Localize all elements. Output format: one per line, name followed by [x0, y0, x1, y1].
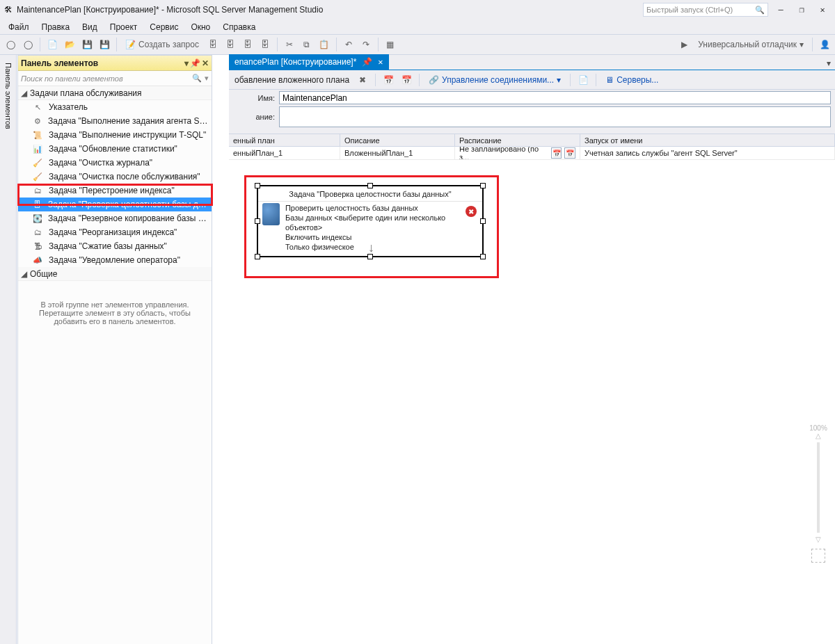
- maximize-button[interactable]: ❐: [793, 3, 810, 17]
- server-icon: 🖥: [605, 75, 614, 85]
- close-button[interactable]: ✕: [814, 3, 831, 17]
- toolbox-item-notify[interactable]: 📣Задача "Уведомление оператора": [18, 253, 212, 267]
- cell-plan: енныйПлан_1: [229, 147, 340, 159]
- quick-launch-input[interactable]: Быстрый запуск (Ctrl+Q) 🔍: [643, 3, 768, 17]
- grid-icon[interactable]: ▦: [383, 37, 398, 52]
- toolbox-item-agent-job[interactable]: ⚙Задача "Выполнение задания агента SQL .…: [18, 114, 212, 128]
- name-input[interactable]: [279, 91, 831, 104]
- menu-help[interactable]: Справка: [217, 20, 261, 34]
- delete-subplan-icon[interactable]: ✖: [355, 72, 370, 88]
- cell-desc: ВложенныйПлан_1: [340, 147, 455, 159]
- paste-icon[interactable]: 📋: [317, 37, 332, 52]
- subplan-grid-header: енный план Описание Расписание Запуск от…: [229, 134, 835, 147]
- calendar-icon[interactable]: 📅: [381, 72, 396, 88]
- menu-view[interactable]: Вид: [77, 20, 103, 34]
- col-runas[interactable]: Запуск от имени: [580, 134, 835, 146]
- new-query-button[interactable]: 📝Создать запрос: [121, 37, 203, 52]
- col-desc[interactable]: Описание: [340, 134, 455, 146]
- resize-handle[interactable]: [255, 183, 260, 188]
- toolbox-header[interactable]: Панель элементов ▾ 📌 ✕: [18, 56, 212, 71]
- toolbox-item-update-stats[interactable]: 📊Задача "Обновление статистики": [18, 142, 212, 156]
- toolbox-item-check-integrity[interactable]: 🗄Задача "Проверка целостности базы данн.…: [18, 198, 212, 211]
- menu-project[interactable]: Проект: [104, 20, 143, 34]
- toolbox-item-tsql[interactable]: 📜Задача "Выполнение инструкции T-SQL": [18, 128, 212, 142]
- error-icon[interactable]: ✖: [466, 206, 477, 217]
- servers-button[interactable]: 🖥Серверы...: [601, 72, 662, 88]
- nav-back-icon[interactable]: ◯: [3, 37, 18, 52]
- pin-icon[interactable]: 📌: [190, 58, 200, 68]
- cell-schedule: Не запланировано (по з... 📅 📅: [455, 147, 580, 159]
- add-subplan-button[interactable]: обавление вложенного плана: [232, 75, 352, 85]
- report-icon[interactable]: 📄: [575, 72, 591, 88]
- menu-bar: Файл Правка Вид Проект Сервис Окно Справ…: [0, 19, 835, 35]
- menu-file[interactable]: Файл: [3, 20, 35, 34]
- cut-icon[interactable]: ✂: [282, 37, 297, 52]
- toolbox-item-clean-maint[interactable]: 🧹Задача "Очистка после обслуживания": [18, 170, 212, 184]
- toolbox-item-reorg-index[interactable]: 🗂Задача "Реорганизация индекса": [18, 225, 212, 239]
- settings-icon[interactable]: 👤: [817, 37, 832, 52]
- menu-edit[interactable]: Правка: [36, 20, 76, 34]
- calendar-remove-icon[interactable]: 📅: [399, 72, 414, 88]
- side-tab-toolbox[interactable]: Панель элементов: [2, 58, 15, 134]
- close-icon[interactable]: ✕: [378, 57, 383, 67]
- minimize-button[interactable]: —: [772, 3, 789, 17]
- db-icon[interactable]: 🗄: [240, 37, 255, 52]
- zoom-out-icon[interactable]: ▽: [809, 536, 828, 543]
- zoom-in-icon[interactable]: △: [809, 432, 828, 440]
- open-icon[interactable]: 📂: [62, 37, 77, 52]
- toolbox-group-maintenance[interactable]: ◢Задачи плана обслуживания: [18, 86, 212, 100]
- db-icon[interactable]: 🗄: [205, 37, 221, 52]
- db-icon[interactable]: 🗄: [223, 37, 238, 52]
- schedule-edit-icon[interactable]: 📅: [551, 147, 562, 159]
- toolbox-title: Панель элементов: [21, 58, 98, 68]
- resize-handle[interactable]: [367, 183, 373, 188]
- db-icon[interactable]: 🗄: [257, 37, 273, 52]
- toolbox-item-backup[interactable]: 💽Задача "Резервное копирование базы дан.…: [18, 211, 212, 225]
- resize-handle[interactable]: [480, 183, 486, 188]
- toolbox-search[interactable]: Поиск по панели элементов 🔍 ▾: [18, 71, 212, 86]
- doc-tab-maintenanceplan[interactable]: enancePlan [Конструирование]* 📌 ✕: [229, 54, 389, 70]
- col-schedule[interactable]: Расписание: [455, 134, 580, 146]
- toolbox-item-pointer[interactable]: ↖Указатель: [18, 100, 212, 114]
- zoom-fit-icon[interactable]: [811, 549, 825, 563]
- task-line: Только физическое: [285, 242, 477, 252]
- task-icon: 🗂: [32, 227, 43, 238]
- resize-handle[interactable]: [480, 218, 486, 224]
- resize-handle[interactable]: [480, 254, 486, 259]
- designer-area: enancePlan [Конструирование]* 📌 ✕ ▾ обав…: [229, 55, 835, 644]
- debugger-button[interactable]: Универсальный отладчик▾: [694, 37, 808, 52]
- redo-icon[interactable]: ↷: [358, 37, 374, 52]
- play-icon[interactable]: ▶: [676, 37, 692, 52]
- resize-handle[interactable]: [255, 218, 260, 224]
- save-all-icon[interactable]: 💾: [97, 37, 112, 52]
- subplan-row[interactable]: енныйПлан_1 ВложенныйПлан_1 Не запланиро…: [229, 147, 835, 160]
- copy-icon[interactable]: ⧉: [299, 37, 315, 52]
- resize-handle[interactable]: [255, 254, 260, 259]
- workspace: Панель элементов Панель элементов ▾ 📌 ✕ …: [0, 55, 835, 644]
- dropdown-icon[interactable]: ▾: [184, 58, 189, 68]
- nav-fwd-icon[interactable]: ◯: [20, 37, 35, 52]
- schedule-remove-icon[interactable]: 📅: [564, 147, 575, 159]
- document-tabs: enancePlan [Конструирование]* 📌 ✕ ▾: [229, 55, 835, 70]
- zoom-control[interactable]: 100% △ ▽: [809, 424, 828, 563]
- new-project-icon[interactable]: 📄: [45, 37, 60, 52]
- tab-overflow-icon[interactable]: ▾: [822, 57, 835, 70]
- toolbox-item-shrink-db[interactable]: 🗜Задача "Сжатие базы данных": [18, 239, 212, 253]
- menu-service[interactable]: Сервис: [144, 20, 184, 34]
- col-plan[interactable]: енный план: [229, 134, 340, 146]
- desc-input[interactable]: [279, 106, 831, 127]
- zoom-slider[interactable]: [817, 442, 820, 533]
- undo-icon[interactable]: ↶: [341, 37, 356, 52]
- menu-window[interactable]: Окно: [185, 20, 216, 34]
- toolbox-item-clean-log[interactable]: 🧹Задача "Очистка журнала": [18, 156, 212, 170]
- toolbox-item-rebuild-index[interactable]: 🗂Задача "Перестроение индекса": [18, 184, 212, 198]
- close-icon[interactable]: ✕: [202, 58, 209, 68]
- design-canvas[interactable]: Задача "Проверка целостности базы данных…: [229, 160, 835, 644]
- window-title: MaintenancePlan [Конструирование]* - Mic…: [17, 5, 639, 15]
- clear-icon[interactable]: ▾: [205, 74, 209, 83]
- manage-connections-button[interactable]: 🔗Управление соединениями...▾: [424, 72, 565, 88]
- pin-icon[interactable]: 📌: [362, 57, 372, 67]
- toolbox-group-general[interactable]: ◢Общие: [18, 267, 212, 281]
- connector-arrow-icon[interactable]: ↓: [368, 241, 374, 255]
- save-icon[interactable]: 💾: [79, 37, 95, 52]
